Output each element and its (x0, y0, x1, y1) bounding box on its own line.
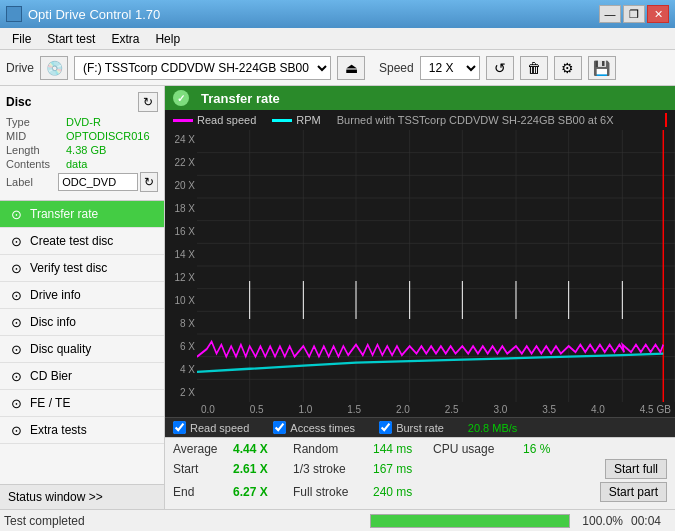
drive-label: Drive (6, 61, 34, 75)
checkbox-access-times[interactable]: Access times (273, 421, 355, 434)
sidebar-item-label-verify: Verify test disc (30, 261, 107, 275)
read-speed-checkbox[interactable] (173, 421, 186, 434)
create-test-disc-icon: ⊙ (8, 233, 24, 249)
start-part-button[interactable]: Start part (600, 482, 667, 502)
disc-refresh-icon[interactable]: ↻ (138, 92, 158, 112)
read-speed-checkbox-label: Read speed (190, 422, 249, 434)
status-window-label: Status window >> (8, 490, 103, 504)
chart-checkboxes: Read speed Access times Burst rate 20.8 … (165, 417, 675, 437)
average-value: 4.44 X (233, 442, 293, 456)
start-label: Start (173, 462, 233, 476)
sidebar: Disc ↻ Type DVD-R MID OPTODISCR016 Lengt… (0, 86, 165, 509)
burned-with-text: Burned with TSSTcorp CDDVDW SH-224GB SB0… (337, 114, 614, 126)
legend-rpm-label: RPM (296, 114, 320, 126)
close-button[interactable]: ✕ (647, 5, 669, 23)
save-button[interactable]: 💾 (588, 56, 616, 80)
minimize-button[interactable]: — (599, 5, 621, 23)
sidebar-item-label-transfer-rate: Transfer rate (30, 207, 98, 221)
progress-bar-container (370, 514, 570, 528)
length-value: 4.38 GB (66, 144, 106, 156)
eject-button[interactable]: ⏏ (337, 56, 365, 80)
sidebar-item-label-drive-info: Drive info (30, 288, 81, 302)
sidebar-item-disc-quality[interactable]: ⊙ Disc quality (0, 336, 164, 363)
verify-test-disc-icon: ⊙ (8, 260, 24, 276)
sidebar-item-drive-info[interactable]: ⊙ Drive info (0, 282, 164, 309)
sidebar-menu: ⊙ Transfer rate ⊙ Create test disc ⊙ Ver… (0, 201, 164, 484)
sidebar-item-label-disc-quality: Disc quality (30, 342, 91, 356)
x-axis: 0.0 0.5 1.0 1.5 2.0 2.5 3.0 3.5 4.0 4.5 … (165, 402, 675, 417)
access-times-checkbox[interactable] (273, 421, 286, 434)
extra-tests-icon: ⊙ (8, 422, 24, 438)
chart-legend: Read speed RPM Burned with TSSTcorp CDDV… (165, 110, 675, 130)
restore-button[interactable]: ❐ (623, 5, 645, 23)
cpu-value: 16 % (523, 442, 573, 456)
chart-area: ✓ Transfer rate Read speed RPM Burned wi… (165, 86, 675, 437)
speed-select[interactable]: 12 X 4 X 8 X 16 X Max (420, 56, 480, 80)
stats-start-row: Start 2.61 X 1/3 stroke 167 ms Start ful… (173, 459, 667, 479)
cd-bier-icon: ⊙ (8, 368, 24, 384)
type-value: DVD-R (66, 116, 101, 128)
speed-label: Speed (379, 61, 414, 75)
stats-area: Average 4.44 X Random 144 ms CPU usage 1… (165, 437, 675, 509)
legend-read-speed-color (173, 119, 193, 122)
sidebar-item-transfer-rate[interactable]: ⊙ Transfer rate (0, 201, 164, 228)
progress-percent: 100.0% (578, 514, 623, 528)
burst-rate-value: 20.8 MB/s (468, 422, 518, 434)
status-window-button[interactable]: Status window >> (0, 484, 164, 509)
label-label: Label (6, 176, 58, 188)
menu-extra[interactable]: Extra (103, 30, 147, 48)
red-line-marker (665, 113, 667, 127)
label-input[interactable] (58, 173, 138, 191)
drive-icon: 💿 (40, 56, 68, 80)
sidebar-item-fe-te[interactable]: ⊙ FE / TE (0, 390, 164, 417)
checkbox-burst-rate[interactable]: Burst rate (379, 421, 444, 434)
stroke2-value: 240 ms (373, 485, 433, 499)
menu-help[interactable]: Help (147, 30, 188, 48)
checkbox-read-speed[interactable]: Read speed (173, 421, 249, 434)
random-value: 144 ms (373, 442, 433, 456)
disc-quality-icon: ⊙ (8, 341, 24, 357)
start-value: 2.61 X (233, 462, 293, 476)
status-text: Test completed (4, 514, 362, 528)
type-label: Type (6, 116, 66, 128)
stroke1-label: 1/3 stroke (293, 462, 373, 476)
chart-graph (197, 130, 675, 402)
sidebar-item-cd-bier[interactable]: ⊙ CD Bier (0, 363, 164, 390)
clear-button[interactable]: 🗑 (520, 56, 548, 80)
stroke2-label: Full stroke (293, 485, 373, 499)
mid-label: MID (6, 130, 66, 142)
start-full-button[interactable]: Start full (605, 459, 667, 479)
sidebar-item-disc-info[interactable]: ⊙ Disc info (0, 309, 164, 336)
stats-end-row: End 6.27 X Full stroke 240 ms Start part (173, 482, 667, 502)
main-content: Disc ↻ Type DVD-R MID OPTODISCR016 Lengt… (0, 86, 675, 509)
stats-average-row: Average 4.44 X Random 144 ms CPU usage 1… (173, 442, 667, 456)
end-value: 6.27 X (233, 485, 293, 499)
menu-file[interactable]: File (4, 30, 39, 48)
sidebar-item-create-test-disc[interactable]: ⊙ Create test disc (0, 228, 164, 255)
burst-rate-checkbox[interactable] (379, 421, 392, 434)
menu-start-test[interactable]: Start test (39, 30, 103, 48)
refresh-button[interactable]: ↺ (486, 56, 514, 80)
drive-select[interactable]: (F:) TSSTcorp CDDVDW SH-224GB SB00 (74, 56, 331, 80)
chart-svg-container: 24 X 22 X 20 X 18 X 16 X 14 X 12 X 10 X … (165, 130, 675, 402)
drive-info-icon: ⊙ (8, 287, 24, 303)
sidebar-item-verify-test-disc[interactable]: ⊙ Verify test disc (0, 255, 164, 282)
app-title: Opti Drive Control 1.70 (28, 7, 160, 22)
fe-te-icon: ⊙ (8, 395, 24, 411)
mid-value: OPTODISCR016 (66, 130, 150, 142)
legend-read-speed: Read speed (173, 114, 256, 126)
toolbar: Drive 💿 (F:) TSSTcorp CDDVDW SH-224GB SB… (0, 50, 675, 86)
stroke1-value: 167 ms (373, 462, 433, 476)
contents-label: Contents (6, 158, 66, 170)
timer: 00:04 (631, 514, 671, 528)
sidebar-item-extra-tests[interactable]: ⊙ Extra tests (0, 417, 164, 444)
menubar: File Start test Extra Help (0, 28, 675, 50)
label-refresh-icon[interactable]: ↻ (140, 172, 158, 192)
legend-rpm-color (272, 119, 292, 122)
transfer-rate-icon: ⊙ (8, 206, 24, 222)
right-panel: ✓ Transfer rate Read speed RPM Burned wi… (165, 86, 675, 509)
titlebar: Opti Drive Control 1.70 — ❐ ✕ (0, 0, 675, 28)
sidebar-item-label-extra-tests: Extra tests (30, 423, 87, 437)
burst-rate-checkbox-label: Burst rate (396, 422, 444, 434)
settings-button[interactable]: ⚙ (554, 56, 582, 80)
